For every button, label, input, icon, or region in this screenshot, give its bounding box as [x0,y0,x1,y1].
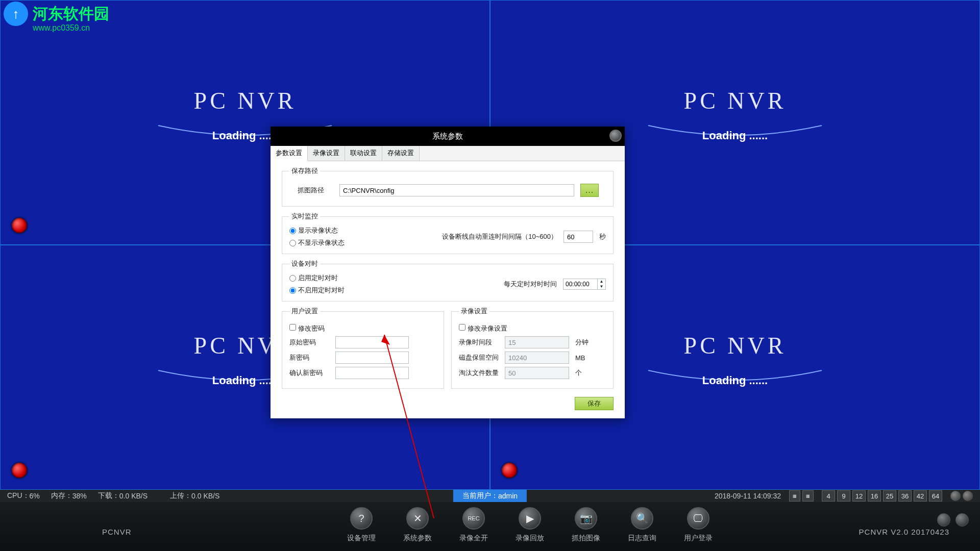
system-params-dialog: 系统参数 参数设置 录像设置 联动设置 存储设置 保存路径 抓图路径 ... 实… [271,127,625,418]
svg-text:↑: ↑ [13,6,19,21]
disk-input[interactable] [505,352,569,364]
checkbox-label: 修改录像设置 [468,324,507,332]
toolbar-device-manage[interactable]: ?设备管理 [347,507,376,543]
capture-path-input[interactable] [339,184,574,196]
record-indicator-icon [502,463,517,478]
checkbox-input[interactable] [459,324,465,331]
download-value: 0.0 KB/S [119,492,148,500]
capture-path-label: 抓图路径 [289,186,333,195]
toolbar-log-query[interactable]: 🔍日志查询 [628,507,656,543]
status-circle-1-icon[interactable] [950,491,961,501]
radio-hide-status[interactable]: 不显示录像状态 [289,238,345,247]
upload-value: 0.0 KB/S [191,492,219,500]
radio-label: 不显示录像状态 [298,238,345,247]
search-icon: 🔍 [631,507,653,530]
checkbox-label: 修改密码 [298,324,325,332]
question-icon: ? [350,507,373,530]
layout-num-25[interactable]: 25 [883,490,896,502]
checkbox-modify-rec[interactable]: 修改录像设置 [459,324,507,333]
toolbar-label: 日志查询 [628,534,656,543]
toolbar-label: 用户登录 [684,534,713,543]
cpu-value: 6% [30,492,40,500]
layout-grid-2-icon[interactable]: ▦ [802,490,814,502]
disk-unit: MB [575,354,585,362]
toolbar-system-params[interactable]: ✕系统参数 [403,507,432,543]
toolbar-label: 录像回放 [516,534,544,543]
tools-icon: ✕ [406,507,429,530]
layout-num-16[interactable]: 16 [868,490,881,502]
tab-storage[interactable]: 存储设置 [382,146,420,161]
daily-sync-label: 每天定时对时时间 [504,280,557,289]
group-user-settings: 用户设置 修改密码 原始密码 新密码 确认新密码 [282,307,444,389]
legend-user: 用户设置 [289,307,320,316]
tab-linkage[interactable]: 联动设置 [345,146,382,161]
reconnect-unit: 秒 [599,232,606,241]
segment-unit: 分钟 [575,338,589,347]
dialog-title: 系统参数 [432,132,463,141]
segment-input[interactable] [505,336,569,348]
daily-sync-spinner[interactable]: ▲▼ [563,279,606,290]
daily-sync-input[interactable] [563,279,598,290]
spinner-buttons[interactable]: ▲▼ [598,279,606,290]
checkbox-modify-pw[interactable]: 修改密码 [289,324,325,333]
cell-title: PC NVR [1,87,489,114]
radio-label: 不启用定时对时 [298,286,345,295]
layout-num-12[interactable]: 12 [852,490,866,502]
toolbar-playback[interactable]: ▶录像回放 [516,507,544,543]
toolbar-small-2-icon[interactable] [955,513,969,527]
layout-num-9[interactable]: 9 [837,490,850,502]
browse-button[interactable]: ... [580,184,599,197]
cell-title: PC NVR [491,87,979,114]
confirm-pw-input[interactable] [335,367,409,379]
toolbar-label: 录像全开 [459,534,488,543]
layout-num-4[interactable]: 4 [822,490,835,502]
group-save-path: 保存路径 抓图路径 ... [282,166,614,207]
toolbar-record-all[interactable]: REC录像全开 [459,507,488,543]
layout-grid-1-icon[interactable]: ▦ [789,490,800,502]
status-circle-2-icon[interactable] [963,491,973,501]
main-toolbar: PCNVR ?设备管理 ✕系统参数 REC录像全开 ▶录像回放 📷抓拍图像 🔍日… [0,502,980,551]
disk-label: 磁盘保留空间 [459,353,499,362]
toolbar-small-1-icon[interactable] [937,513,950,527]
radio-input[interactable] [289,240,296,246]
group-device-time: 设备对时 启用定时对时 不启用定时对时 每天定时对时时间 ▲▼ [282,259,614,302]
radio-enable-sync[interactable]: 启用定时对时 [289,273,345,283]
legend-realtime: 实时监控 [289,212,320,221]
radio-input[interactable] [289,228,296,234]
radio-label: 启用定时对时 [298,273,338,283]
reconnect-input[interactable] [564,231,593,243]
camera-icon: 📷 [575,507,597,530]
toolbar-label: 设备管理 [347,534,376,543]
purge-input[interactable] [505,367,569,379]
old-pw-label: 原始密码 [289,338,329,347]
radio-input[interactable] [289,287,296,294]
checkbox-input[interactable] [289,324,296,331]
download-label: 下载： [98,491,119,500]
new-pw-input[interactable] [335,352,409,364]
toolbar-label: 系统参数 [403,534,432,543]
current-user-tag: 当前用户：admin [453,490,527,502]
cpu-label: CPU： [7,491,30,500]
watermark-logo-icon: ↑ [2,0,30,28]
radio-disable-sync[interactable]: 不启用定时对时 [289,286,345,295]
tab-record[interactable]: 录像设置 [308,146,345,161]
purge-label: 淘汰文件数量 [459,368,499,378]
memory-label: 内存： [51,491,72,500]
radio-show-status[interactable]: 显示录像状态 [289,226,345,235]
toolbar-snapshot[interactable]: 📷抓拍图像 [572,507,600,543]
monitor-icon: 🖵 [687,507,709,530]
radio-input[interactable] [289,275,296,282]
upload-label: 上传： [170,491,191,500]
tab-params[interactable]: 参数设置 [271,146,308,161]
watermark-url: www.pc0359.cn [33,23,90,33]
save-button[interactable]: 保存 [575,397,614,410]
group-realtime: 实时监控 显示录像状态 不显示录像状态 设备断线自动重连时间间隔（10~600）… [282,212,614,254]
watermark-text: 河东软件园 [33,4,109,24]
close-button[interactable] [609,130,622,142]
layout-num-42[interactable]: 42 [914,490,927,502]
old-pw-input[interactable] [335,336,409,348]
new-pw-label: 新密码 [289,353,329,362]
layout-num-64[interactable]: 64 [929,490,942,502]
layout-num-36[interactable]: 36 [898,490,912,502]
toolbar-user-login[interactable]: 🖵用户登录 [684,507,713,543]
